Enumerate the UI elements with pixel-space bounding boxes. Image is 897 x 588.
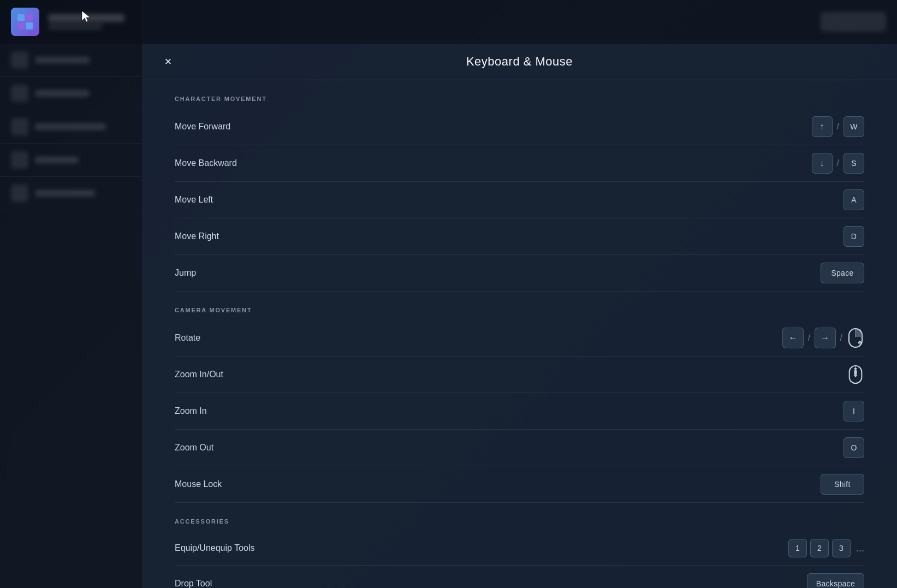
key-s[interactable]: S — [843, 153, 864, 174]
key-backspace[interactable]: Backspace — [807, 573, 864, 588]
sidebar-item — [0, 110, 142, 144]
sidebar — [0, 0, 142, 588]
keybind-label-mouse_lock: Mouse Lock — [175, 479, 222, 489]
keybind-row-equip_unequip: Equip/Unequip Tools123... — [175, 531, 864, 566]
mouse-right-click-icon — [847, 328, 864, 348]
keybind-row-drop_tool: Drop ToolBackspace — [175, 566, 864, 588]
modal-content[interactable]: CHARACTER MOVEMENTMove Forward↑/WMove Ba… — [142, 80, 897, 588]
key-separator: / — [837, 158, 839, 168]
keybind-keys-jump: Space — [821, 263, 864, 283]
keybind-label-zoom_out: Zoom Out — [175, 443, 213, 453]
key-o[interactable]: O — [843, 437, 864, 458]
svg-rect-6 — [856, 329, 861, 337]
key-num-2[interactable]: 2 — [810, 539, 829, 557]
key-space[interactable]: Space — [821, 263, 864, 283]
keybind-row-jump: JumpSpace — [175, 255, 864, 292]
section-header-accessories: ACCESSORIES — [175, 503, 864, 531]
keybind-label-move_right: Move Right — [175, 231, 219, 241]
keybind-label-zoom_inout: Zoom In/Out — [175, 370, 223, 379]
close-button[interactable]: × — [158, 52, 178, 72]
keybind-keys-move_forward: ↑/W — [812, 116, 864, 137]
keybind-row-zoom_in: Zoom InI — [175, 393, 864, 430]
keybind-keys-equip_unequip: 123... — [788, 539, 864, 557]
keybind-label-rotate: Rotate — [175, 333, 200, 343]
app-logo — [11, 8, 39, 36]
keybind-keys-move_right: D — [843, 226, 864, 247]
sidebar-item — [0, 44, 142, 77]
keybind-label-equip_unequip: Equip/Unequip Tools — [175, 543, 254, 553]
keybind-label-jump: Jump — [175, 268, 196, 278]
key-arrow-left[interactable]: ← — [782, 328, 803, 348]
svg-rect-1 — [26, 14, 33, 21]
keybind-row-zoom_inout: Zoom In/Out — [175, 357, 864, 393]
keybind-keys-move_left: A — [843, 189, 864, 210]
key-arrow-right[interactable]: → — [815, 328, 835, 348]
keybind-label-move_forward: Move Forward — [175, 122, 230, 132]
key-num-1[interactable]: 1 — [788, 539, 807, 557]
keybind-label-zoom_in: Zoom In — [175, 406, 207, 416]
key-d[interactable]: D — [843, 226, 864, 247]
svg-rect-3 — [26, 22, 33, 29]
top-bar — [0, 0, 897, 44]
key-arrow-down[interactable]: ↓ — [812, 153, 833, 174]
key-w[interactable]: W — [843, 116, 864, 137]
top-bar-title-blur — [48, 14, 124, 22]
keybind-row-zoom_out: Zoom OutO — [175, 430, 864, 466]
key-separator: / — [840, 333, 842, 343]
keybind-keys-zoom_out: O — [843, 437, 864, 458]
keybind-keys-drop_tool: Backspace — [807, 573, 864, 588]
top-bar-subtitle-blur — [48, 24, 103, 29]
sidebar-item — [0, 144, 142, 177]
keyboard-mouse-modal: × Keyboard & Mouse CHARACTER MOVEMENTMov… — [142, 44, 897, 588]
svg-rect-2 — [17, 22, 25, 29]
key-num-3[interactable]: 3 — [832, 539, 851, 557]
keybind-label-move_left: Move Left — [175, 195, 213, 205]
svg-rect-0 — [17, 14, 25, 21]
sidebar-item — [0, 177, 142, 210]
key-separator: / — [808, 333, 810, 343]
keybind-label-drop_tool: Drop Tool — [175, 579, 212, 588]
section-header-camera_movement: CAMERA MOVEMENT — [175, 292, 864, 320]
key-a[interactable]: A — [843, 189, 864, 210]
top-bar-right-control — [821, 12, 886, 32]
keybind-keys-zoom_in: I — [843, 401, 864, 421]
keybind-keys-mouse_lock: Shift — [821, 474, 864, 495]
keybind-row-move_left: Move LeftA — [175, 182, 864, 218]
modal-header: × Keyboard & Mouse — [142, 44, 897, 80]
section-header-character_movement: CHARACTER MOVEMENT — [175, 80, 864, 109]
keybind-keys-zoom_inout — [847, 364, 864, 385]
keybind-row-move_right: Move RightD — [175, 218, 864, 255]
keybind-row-move_backward: Move Backward↓/S — [175, 145, 864, 182]
keybind-row-rotate: Rotate←/→/ — [175, 320, 864, 357]
keybind-keys-rotate: ←/→/ — [782, 328, 864, 348]
sidebar-item — [0, 77, 142, 110]
more-keys-dots: ... — [856, 543, 864, 554]
key-arrow-up[interactable]: ↑ — [812, 116, 833, 137]
keybind-row-move_forward: Move Forward↑/W — [175, 109, 864, 145]
modal-title: Keyboard & Mouse — [466, 55, 573, 69]
mouse-scroll-icon — [847, 364, 864, 385]
key-separator: / — [837, 122, 839, 132]
key-i[interactable]: I — [843, 401, 864, 421]
keybind-label-move_backward: Move Backward — [175, 158, 237, 168]
top-bar-titles — [48, 14, 124, 29]
keybind-row-mouse_lock: Mouse LockShift — [175, 466, 864, 503]
keybind-keys-move_backward: ↓/S — [812, 153, 864, 174]
key-shift[interactable]: Shift — [821, 474, 864, 495]
